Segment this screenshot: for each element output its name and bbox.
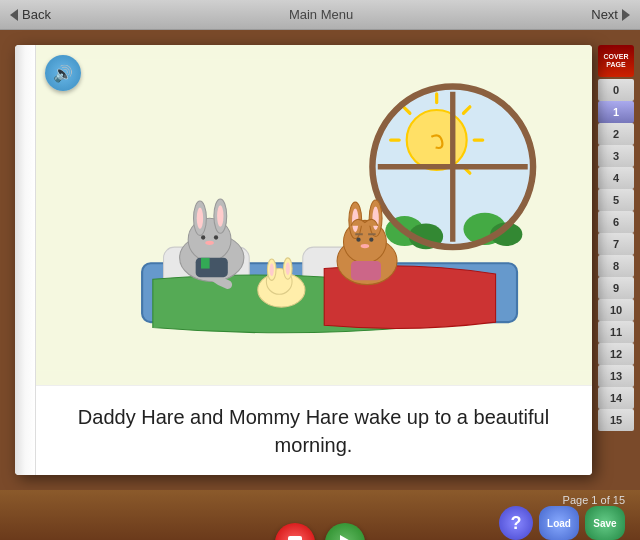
load-button[interactable]: Load [539,506,579,540]
next-button[interactable]: Next [591,7,630,22]
next-arrow-icon [622,9,630,21]
playback-controls [275,523,365,540]
book: 🔊 [15,45,592,475]
svg-rect-34 [196,258,228,277]
svg-point-41 [372,206,378,230]
page-button-11[interactable]: 11 [598,321,634,343]
page-button-0[interactable]: 0 [598,79,634,101]
svg-point-43 [369,237,373,241]
svg-point-30 [217,205,223,226]
page-button-4[interactable]: 4 [598,167,634,189]
page-button-15[interactable]: 15 [598,409,634,431]
svg-point-31 [201,235,205,239]
page-button-9[interactable]: 9 [598,277,634,299]
page-button-7[interactable]: 7 [598,233,634,255]
svg-point-46 [361,244,370,248]
page-button-2[interactable]: 2 [598,123,634,145]
play-icon [340,535,354,540]
help-icon: ? [511,513,522,534]
bottom-bar: Page 1 of 15 ? Load Save [0,490,640,540]
back-label: Back [22,7,51,22]
page-button-12[interactable]: 12 [598,343,634,365]
page-button-13[interactable]: 13 [598,365,634,387]
svg-point-32 [214,235,218,239]
back-button[interactable]: Back [10,7,51,22]
story-illustration [35,45,592,385]
page-button-3[interactable]: 3 [598,145,634,167]
page-button-14[interactable]: 14 [598,387,634,409]
svg-point-2 [407,110,467,170]
load-label: Load [547,518,571,529]
page-button-5[interactable]: 5 [598,189,634,211]
story-text: Daddy Hare and Mommy Hare wake up to a b… [65,403,562,459]
next-label: Next [591,7,618,22]
utility-controls: ? Load Save [499,506,625,540]
play-button[interactable] [325,523,365,540]
page-indicator: Page 1 of 15 [563,494,625,506]
page-button-1[interactable]: 1 [598,101,634,123]
svg-rect-35 [201,258,210,269]
top-bar: Back Main Menu Next [0,0,640,30]
page-navigation-panel: COVERPAGE 0123456789101112131415 [597,45,635,475]
text-area: Daddy Hare and Mommy Hare wake up to a b… [35,385,592,475]
save-label: Save [593,518,616,529]
svg-point-23 [270,263,274,276]
book-inner: 🔊 [15,45,592,475]
page-button-8[interactable]: 8 [598,255,634,277]
page-button-10[interactable]: 10 [598,299,634,321]
page-buttons-container: 0123456789101112131415 [598,79,634,431]
svg-point-33 [205,241,214,245]
stop-icon [288,536,302,540]
svg-point-42 [356,237,360,241]
svg-point-24 [286,262,290,275]
main-area: 🔊 [0,30,640,490]
back-arrow-icon [10,9,18,21]
sound-icon: 🔊 [53,64,73,83]
svg-point-29 [197,208,203,229]
help-button[interactable]: ? [499,506,533,540]
illustration-area: 🔊 [35,45,592,385]
sound-button[interactable]: 🔊 [45,55,81,91]
page-button-6[interactable]: 6 [598,211,634,233]
stop-button[interactable] [275,523,315,540]
cover-page-button[interactable]: COVERPAGE [598,45,634,77]
main-menu-button[interactable]: Main Menu [289,7,353,22]
save-button[interactable]: Save [585,506,625,540]
svg-rect-47 [351,261,381,280]
cover-label: COVERPAGE [604,53,629,70]
